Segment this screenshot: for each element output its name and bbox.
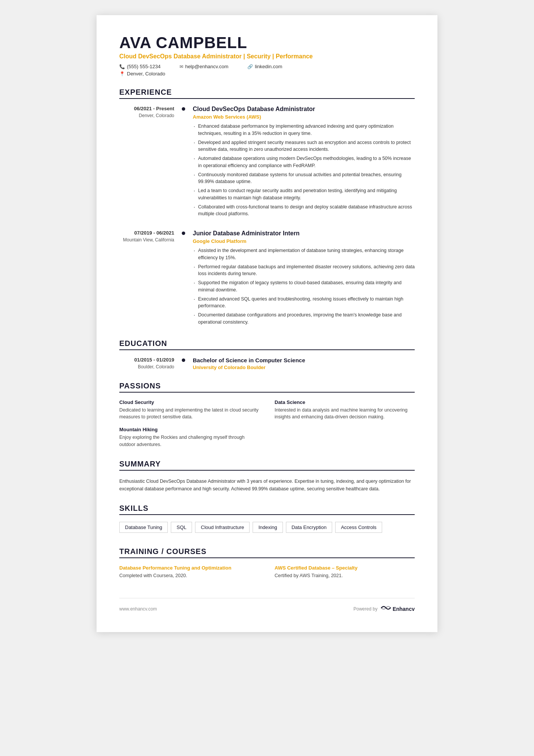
enhancv-logo: Enhancv [381,604,415,613]
footer-website: www.enhancv.com [119,606,157,612]
logo-text: Enhancv [393,606,415,612]
education-section: EDUCATION 01/2015 - 01/2019 Boulder, Col… [119,339,415,370]
contact-row: 📞 (555) 555-1234 ✉ help@enhancv.com 🔗 li… [119,64,415,69]
experience-location-1: Denver, Colorado [119,113,174,118]
bullet-item: Executed advanced SQL queries and troubl… [193,296,415,310]
passions-grid: Cloud Security Dedicated to learning and… [119,399,415,448]
job-title-2: Junior Database Administrator Intern [193,230,415,237]
phone-contact: 📞 (555) 555-1234 [119,64,161,69]
candidate-title: Cloud DevSecOps Database Administrator |… [119,53,415,60]
bullet-item: Continuously monitored database systems … [193,171,415,186]
timeline-dot-1 [182,107,185,111]
bullet-item: Supported the migration of legacy system… [193,279,415,294]
candidate-name: AVA CAMPBELL [119,34,415,52]
passion-title-2: Data Science [275,399,415,405]
summary-section: SUMMARY Enthusiastic Cloud DevSecOps Dat… [119,460,415,493]
skill-tag-5: Access Controls [335,522,382,533]
bullet-item: Documented database configurations and p… [193,311,415,326]
bullet-item: Automated database operations using mode… [193,155,415,169]
experience-dot-2 [182,230,185,328]
bullet-item: Led a team to conduct regular security a… [193,187,415,202]
skills-section: SKILLS Database Tuning SQL Cloud Infrast… [119,504,415,536]
training-item-1: Database Performance Tuning and Optimiza… [119,565,259,579]
edu-content-1: Bachelor of Science in Computer Science … [193,357,305,370]
experience-content-1: Cloud DevSecOps Database Administrator A… [193,106,415,219]
location-text: Denver, Colorado [127,71,165,77]
skill-tag-0: Database Tuning [119,522,168,533]
location-row: 📍 Denver, Colorado [119,71,415,77]
skills-row: Database Tuning SQL Cloud Infrastructure… [119,522,415,536]
bullet-item: Assisted in the development and implemen… [193,247,415,261]
passion-title-1: Cloud Security [119,399,259,405]
job-title-1: Cloud DevSecOps Database Administrator [193,106,415,113]
passion-title-3: Mountain Hiking [119,427,259,432]
passions-section-title: PASSIONS [119,382,415,393]
linkedin-icon: 🔗 [247,64,253,69]
training-section-title: TRAINING / COURSES [119,547,415,558]
training-section: TRAINING / COURSES Database Performance … [119,547,415,579]
passion-desc-2: Interested in data analysis and machine … [275,407,415,421]
training-grid: Database Performance Tuning and Optimiza… [119,565,415,579]
bullet-list-1: Enhanced database performance by impleme… [193,123,415,218]
footer: www.enhancv.com Powered by Enhancv [119,598,415,613]
bullet-list-2: Assisted in the development and implemen… [193,247,415,326]
passion-desc-3: Enjoy exploring the Rockies and challeng… [119,434,259,448]
experience-dates-2: 07/2019 - 06/2021 Mountain View, Califor… [119,230,174,328]
timeline-dot-edu [182,358,185,362]
linkedin-contact: 🔗 linkedin.com [247,64,282,69]
passion-item-3: Mountain Hiking Enjoy exploring the Rock… [119,427,259,448]
logo-icon [381,604,391,613]
company-name-2: Google Cloud Platform [193,238,415,244]
passion-item-2: Data Science Interested in data analysis… [275,399,415,421]
training-desc-2: Certified by AWS Training, 2021. [275,572,415,579]
experience-section-title: EXPERIENCE [119,88,415,99]
training-title-1: Database Performance Tuning and Optimiza… [119,565,259,571]
skill-tag-3: Indexing [253,522,283,533]
company-name-1: Amazon Web Services (AWS) [193,114,415,120]
edu-dates-1: 01/2015 - 01/2019 Boulder, Colorado [119,357,174,370]
experience-entry-1: 06/2021 - Present Denver, Colorado Cloud… [119,106,415,219]
education-entry-1: 01/2015 - 01/2019 Boulder, Colorado Bach… [119,357,415,370]
phone-icon: 📞 [119,64,125,69]
experience-entry-2: 07/2019 - 06/2021 Mountain View, Califor… [119,230,415,328]
training-title-2: AWS Certified Database – Specialty [275,565,415,571]
email-icon: ✉ [180,64,183,69]
header: AVA CAMPBELL Cloud DevSecOps Database Ad… [119,34,415,77]
summary-text: Enthusiastic Cloud DevSecOps Database Ad… [119,477,415,493]
experience-dates-1: 06/2021 - Present Denver, Colorado [119,106,174,219]
passions-section: PASSIONS Cloud Security Dedicated to lea… [119,382,415,448]
edu-school-1: University of Colorado Boulder [193,365,305,370]
experience-dot-1 [182,106,185,219]
training-item-2: AWS Certified Database – Specialty Certi… [275,565,415,579]
bullet-item: Developed and applied stringent security… [193,139,415,153]
skill-tag-1: SQL [171,522,192,533]
bullet-item: Performed regular database backups and i… [193,263,415,278]
passion-item-1: Cloud Security Dedicated to learning and… [119,399,259,421]
email-address: help@enhancv.com [185,64,228,69]
linkedin-url: linkedin.com [255,64,282,69]
timeline-dot-2 [182,232,185,235]
skill-tag-2: Cloud Infrastructure [195,522,250,533]
edu-location-1: Boulder, Colorado [119,364,174,369]
phone-number: (555) 555-1234 [127,64,161,69]
email-contact: ✉ help@enhancv.com [180,64,228,69]
experience-content-2: Junior Database Administrator Intern Goo… [193,230,415,328]
powered-by-label: Powered by [353,606,377,612]
passion-desc-1: Dedicated to learning and implementing t… [119,407,259,421]
footer-brand: Powered by Enhancv [353,604,415,613]
training-desc-1: Completed with Coursera, 2020. [119,572,259,579]
experience-section: EXPERIENCE 06/2021 - Present Denver, Col… [119,88,415,328]
bullet-item: Enhanced database performance by impleme… [193,123,415,137]
skills-section-title: SKILLS [119,504,415,515]
bullet-item: Collaborated with cross-functional teams… [193,203,415,218]
location-icon: 📍 [119,71,125,77]
resume-container: AVA CAMPBELL Cloud DevSecOps Database Ad… [97,15,437,632]
experience-location-2: Mountain View, California [119,237,174,243]
education-section-title: EDUCATION [119,339,415,350]
summary-section-title: SUMMARY [119,460,415,471]
edu-degree-1: Bachelor of Science in Computer Science [193,357,305,363]
edu-dot-1 [182,357,185,370]
skill-tag-4: Data Encryption [286,522,333,533]
